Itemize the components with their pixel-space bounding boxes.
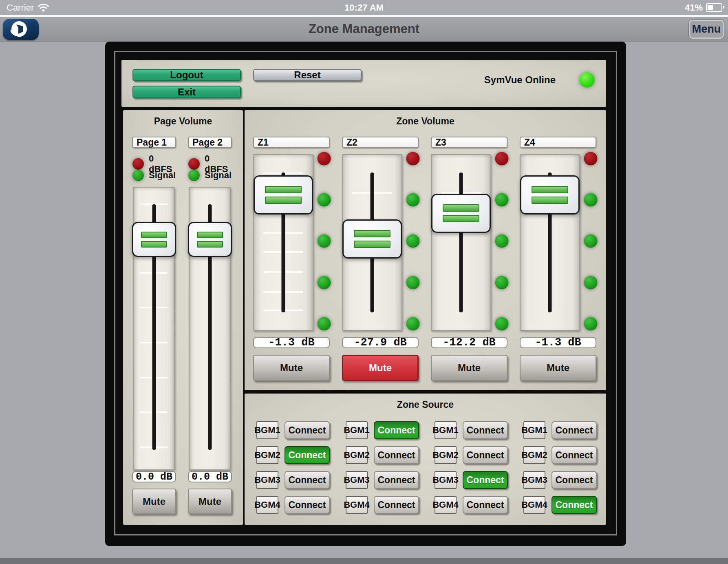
signal-label: Signal (205, 170, 232, 181)
bgm-source-label: BGM2 (346, 446, 368, 464)
meter-led (584, 276, 597, 289)
bgm-source-label: BGM3 (523, 471, 545, 489)
channel-name-field: Z3 (431, 137, 507, 148)
connect-button[interactable]: Connect (552, 471, 597, 489)
meter-led (584, 317, 597, 331)
connect-button[interactable]: Connect (374, 496, 419, 514)
connect-button[interactable]: Connect (463, 446, 508, 464)
bgm-source-label: BGM2 (435, 446, 457, 464)
bgm-source-label: BGM4 (346, 496, 368, 514)
connect-button[interactable]: Connect (374, 421, 419, 439)
zone-volume-fader[interactable] (520, 154, 580, 331)
clip-led (188, 158, 200, 170)
bgm-source-label: BGM1 (435, 421, 457, 439)
zone-volume-fader[interactable] (253, 154, 313, 331)
fader-handle[interactable] (342, 219, 402, 259)
signal-led (132, 170, 144, 181)
logout-button[interactable]: Logout (132, 69, 241, 81)
meter-led (584, 193, 597, 207)
bgm-source-label: BGM2 (256, 446, 278, 464)
level-meter (585, 154, 596, 331)
zone-volume-fader[interactable] (431, 154, 491, 331)
channel-name-field: Page 2 (188, 137, 232, 148)
mute-button[interactable]: Mute (520, 355, 596, 381)
bgm-source-label: BGM4 (523, 496, 545, 514)
mute-button[interactable]: Mute (188, 489, 232, 514)
bgm-source-label: BGM1 (256, 421, 278, 439)
meter-led (495, 193, 508, 207)
fader-handle[interactable] (132, 222, 176, 257)
connect-button[interactable]: Connect (552, 446, 597, 464)
connect-button[interactable]: Connect (552, 496, 597, 514)
connect-button[interactable]: Connect (463, 471, 508, 489)
clock: 10:27 AM (0, 2, 728, 13)
bgm-source-label: BGM1 (346, 421, 368, 439)
level-meter (318, 154, 330, 331)
connect-button[interactable]: Connect (285, 446, 330, 464)
exit-button[interactable]: Exit (132, 86, 241, 98)
channel-name-field: Z2 (342, 137, 419, 148)
mute-button[interactable]: Mute (431, 355, 507, 381)
zone-volume-fader[interactable] (342, 154, 402, 331)
online-status-label: SymVue Online (484, 74, 556, 86)
zone-channel-1: Z1 -1.3 dB Mute (253, 137, 330, 382)
bgm-source-label: BGM4 (435, 496, 457, 514)
meter-led (317, 317, 331, 331)
bgm-source-label: BGM3 (256, 471, 278, 489)
zone-volume-panel: Zone Volume Z1 -1.3 dB Mute Z2 -27.9 dB … (245, 110, 606, 390)
zone-source-column-4: BGM1ConnectBGM2ConnectBGM3ConnectBGM4Con… (523, 421, 597, 514)
connect-button[interactable]: Connect (285, 421, 330, 439)
mute-button[interactable]: Mute (253, 355, 330, 381)
reset-button[interactable]: Reset (253, 69, 362, 81)
page-volume-panel: Page Volume Page 1 0 dBFS Signal 0.0 dB … (123, 110, 243, 525)
level-readout: -1.3 dB (520, 337, 596, 348)
fader-handle[interactable] (431, 194, 491, 233)
connect-button[interactable]: Connect (285, 496, 330, 514)
page-volume-fader[interactable] (189, 187, 231, 470)
fader-handle[interactable] (254, 175, 313, 215)
meter-led (406, 193, 419, 207)
clip-led (495, 152, 508, 165)
connect-button[interactable]: Connect (463, 496, 508, 514)
clip-led (406, 152, 419, 165)
signal-label: Signal (149, 170, 176, 181)
zone-channel-2: Z2 -27.9 dB Mute (342, 137, 419, 382)
section-title-page-volume: Page Volume (123, 116, 243, 127)
online-status: SymVue Online (484, 60, 595, 100)
fader-handle[interactable] (520, 175, 580, 215)
battery-percent: 41% (685, 2, 703, 13)
connect-button[interactable]: Connect (374, 446, 419, 464)
bgm-source-label: BGM2 (523, 446, 545, 464)
status-bar: Carrier 10:27 AM 41% (0, 0, 728, 15)
connect-button[interactable]: Connect (463, 421, 508, 439)
meter-led (495, 317, 508, 331)
level-readout: -27.9 dB (342, 337, 419, 348)
level-meter (496, 154, 507, 331)
level-meter (407, 154, 419, 331)
zone-channel-4: Z4 -1.3 dB Mute (520, 137, 596, 382)
level-readout: 0.0 dB (132, 471, 176, 482)
level-readout: 0.0 dB (188, 471, 232, 482)
meter-led (406, 234, 419, 248)
title-bar: Zone Management Menu (0, 15, 728, 42)
channel-name-field: Page 1 (132, 137, 176, 148)
menu-button[interactable]: Menu (689, 20, 724, 39)
zone-channel-3: Z3 -12.2 dB Mute (431, 137, 507, 382)
meter-led (406, 276, 419, 289)
bgm-source-label: BGM1 (523, 421, 545, 439)
meter-led (317, 193, 331, 207)
channel-name-field: Z1 (253, 137, 330, 148)
mute-button[interactable]: Mute (132, 489, 176, 514)
control-surface: Logout Exit Reset SymVue Online Page Vol… (114, 51, 617, 535)
level-readout: -1.3 dB (253, 337, 330, 348)
fader-handle[interactable] (188, 222, 232, 257)
connect-button[interactable]: Connect (552, 421, 597, 439)
connect-button[interactable]: Connect (285, 471, 330, 489)
bgm-source-label: BGM3 (346, 471, 368, 489)
section-title-zone-source: Zone Source (245, 399, 606, 410)
mute-button[interactable]: Mute (342, 355, 419, 381)
connect-button[interactable]: Connect (374, 471, 419, 489)
screen: Carrier 10:27 AM 41% Zone Management Men… (0, 0, 728, 564)
page-volume-fader[interactable] (133, 187, 175, 470)
meter-led (317, 234, 331, 248)
